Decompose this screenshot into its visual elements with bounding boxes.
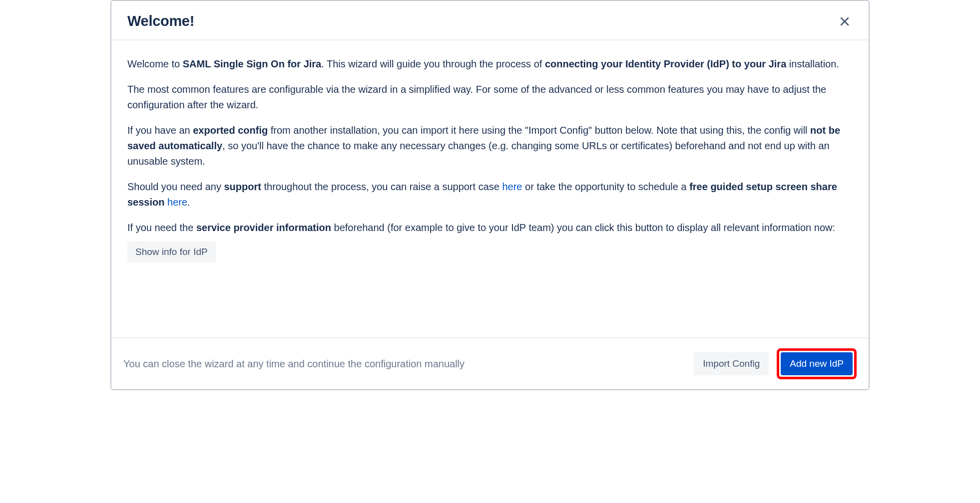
modal-body: Welcome to SAML Single Sign On for Jira.… [111, 40, 869, 337]
text: . This wizard will guide you through the… [321, 58, 545, 69]
text: If you need the [127, 222, 196, 233]
text: or take the opportunity to schedule a [522, 181, 689, 192]
text: beforehand (for example to give to your … [331, 222, 835, 233]
welcome-paragraph-4: Should you need any support throughout t… [127, 179, 853, 210]
import-config-button[interactable]: Import Config [694, 352, 769, 375]
bold-text: connecting your Identity Provider (IdP) … [545, 58, 786, 69]
text: installation. [786, 58, 839, 69]
modal-footer: You can close the wizard at any time and… [111, 337, 869, 389]
modal-title: Welcome! [127, 13, 194, 29]
add-new-idp-button[interactable]: Add new IdP [781, 352, 853, 375]
screen-share-link[interactable]: here [167, 197, 187, 208]
text: If you have an [127, 125, 193, 136]
text: , so you'll have the chance to make any … [127, 140, 830, 167]
bold-text: exported config [193, 125, 268, 136]
support-case-link[interactable]: here [502, 181, 522, 192]
close-button[interactable] [837, 13, 853, 29]
footer-actions: Import Config Add new IdP [694, 348, 857, 379]
show-info-for-idp-button[interactable]: Show info for IdP [127, 242, 216, 262]
text: from another installation, you can impor… [268, 125, 810, 136]
text: Should you need any [127, 181, 224, 192]
footer-hint: You can close the wizard at any time and… [123, 358, 465, 370]
text: throughout the process, you can raise a … [261, 181, 502, 192]
welcome-modal: Welcome! Welcome to SAML Single Sign On … [110, 0, 870, 390]
welcome-paragraph-5: If you need the service provider informa… [127, 220, 853, 236]
welcome-paragraph-2: The most common features are configurabl… [127, 82, 853, 113]
bold-text: SAML Single Sign On for Jira [183, 58, 321, 69]
bold-text: support [224, 181, 261, 192]
text: . [187, 197, 190, 208]
welcome-paragraph-1: Welcome to SAML Single Sign On for Jira.… [127, 56, 853, 72]
close-icon [839, 15, 851, 27]
welcome-paragraph-3: If you have an exported config from anot… [127, 123, 853, 169]
text: Welcome to [127, 58, 183, 69]
highlight-box: Add new IdP [777, 348, 857, 379]
modal-header: Welcome! [111, 1, 869, 40]
bold-text: service provider information [196, 222, 331, 233]
